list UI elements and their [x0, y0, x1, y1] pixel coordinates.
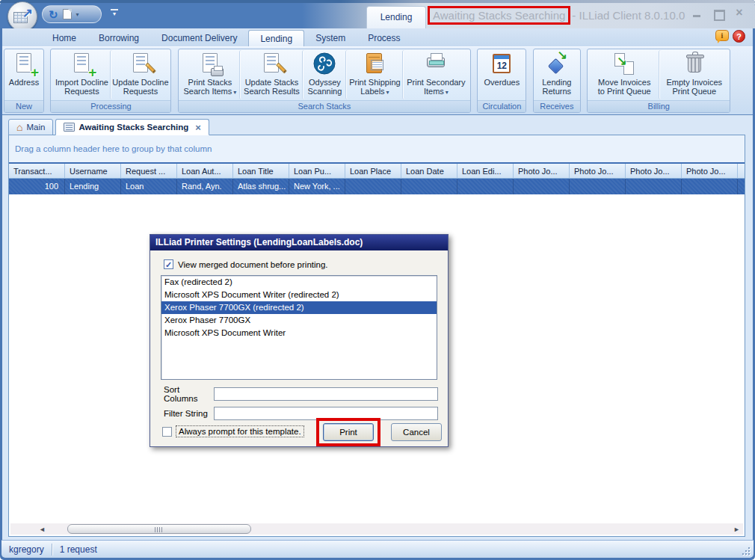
empty-invoices-print-queue-button[interactable]: Empty Invoices Print Queue	[659, 50, 728, 99]
column-header-loan-place[interactable]: Loan Place	[345, 164, 401, 179]
column-header-loan-title[interactable]: Loan Title	[233, 164, 289, 179]
column-header-photo-journal-4[interactable]: Photo Jo...	[682, 164, 738, 179]
ribbon: + Address New + Import Docline Requests …	[2, 46, 753, 115]
printer-listbox[interactable]: Fax (redirected 2) Microsoft XPS Documen…	[161, 275, 437, 380]
update-docline-requests-button[interactable]: Update Docline Requests	[111, 50, 169, 99]
about-info-icon[interactable]: i	[715, 30, 729, 41]
group-label-receives: Receives	[534, 100, 580, 112]
doc-tab-main-label: Main	[26, 123, 45, 132]
print-shipping-labels-button[interactable]: Print Shipping Labels▾	[346, 50, 403, 99]
group-label-processing: Processing	[51, 100, 170, 112]
tab-borrowing[interactable]: Borrowing	[87, 30, 150, 46]
odyssey-scanning-button[interactable]: Odyssey Scanning	[303, 50, 346, 99]
window-controls: ×	[691, 7, 746, 19]
sort-columns-label: Sort Columns	[164, 385, 214, 403]
column-header-photo-journal-2[interactable]: Photo Jo...	[570, 164, 626, 179]
contextual-tab-group-lending: Lending	[366, 6, 426, 28]
tab-close-icon[interactable]: ×	[195, 122, 201, 133]
resize-grip[interactable]	[741, 546, 750, 555]
ribbon-group-processing: + Import Docline Requests Update Docline…	[50, 49, 171, 113]
group-by-hint: Drag a column header here to group by th…	[15, 144, 212, 153]
ribbon-group-search-stacks: Print Stacks Search Items▾ Update Stacks…	[178, 49, 471, 113]
window-title: Awaiting Stacks Searching - ILLiad Clien…	[428, 4, 685, 25]
receipt-add-icon: +	[70, 52, 93, 76]
move-invoices-to-print-queue-button[interactable]: ↘ Move Invoices to Print Queue	[589, 50, 659, 99]
doc-tab-main[interactable]: ⌂ Main	[8, 119, 53, 135]
lending-returns-button[interactable]: ↘ Lending Returns	[535, 50, 579, 99]
qat-customize-icon[interactable]: ▾	[111, 9, 118, 18]
column-header-photo-journal-3[interactable]: Photo Jo...	[626, 164, 682, 179]
receipt-edit-icon	[259, 52, 283, 76]
column-header-loan-edition[interactable]: Loan Edi...	[457, 164, 514, 179]
view-merged-checkbox[interactable]: ✓	[164, 259, 173, 269]
application-menu-button[interactable]: ↗	[7, 1, 37, 31]
horizontal-scrollbar[interactable]: ◄ ►	[10, 523, 743, 535]
status-username: kgregory	[1, 544, 52, 555]
always-prompt-checkbox[interactable]	[162, 427, 172, 437]
tab-system[interactable]: System	[304, 30, 357, 46]
column-header-loan-date[interactable]: Loan Date	[401, 164, 457, 179]
address-button[interactable]: + Address	[6, 50, 42, 99]
column-header-filler	[738, 164, 745, 179]
home-icon: ⌂	[16, 123, 22, 132]
printer-option[interactable]: Microsoft XPS Document Writer (redirecte…	[161, 289, 437, 301]
printer-option[interactable]: Xerox Phaser 7700GX	[161, 314, 437, 327]
tab-lending[interactable]: Lending	[248, 30, 304, 46]
ribbon-group-receives: ↘ Lending Returns Receives	[533, 49, 581, 113]
scroll-left-icon[interactable]: ◄	[39, 526, 46, 533]
printer-option[interactable]: Fax (redirected 2)	[161, 276, 437, 289]
dialog-title[interactable]: ILLiad Printer Settings (LendingLoanLabe…	[150, 235, 448, 250]
dropdown-arrow-icon: ▾	[446, 89, 449, 96]
printer-settings-dialog: ILLiad Printer Settings (LendingLoanLabe…	[150, 234, 449, 447]
ribbon-group-circulation: 12 Overdues Circulation	[477, 49, 526, 113]
ribbon-group-billing: ↘ Move Invoices to Print Queue Empty Inv…	[587, 49, 730, 113]
address-add-icon: +	[12, 52, 36, 76]
tab-home[interactable]: Home	[41, 30, 87, 46]
column-header-transaction[interactable]: Transact...	[9, 164, 65, 179]
import-docline-requests-button[interactable]: + Import Docline Requests	[52, 50, 111, 99]
group-label-search-stacks: Search Stacks	[179, 100, 470, 112]
print-secondary-items-button[interactable]: Print Secondary Items▾	[403, 50, 469, 99]
ribbon-group-new: + Address New	[4, 49, 44, 113]
column-header-photo-journal-1[interactable]: Photo Jo...	[514, 164, 570, 179]
print-stacks-search-items-button[interactable]: Print Stacks Search Items▾	[180, 50, 240, 99]
table-row[interactable]: 100 Lending Loan Rand, Ayn. Atlas shrug.…	[9, 179, 745, 194]
maximize-button[interactable]	[712, 7, 725, 19]
tab-process[interactable]: Process	[357, 30, 411, 46]
doc-tab-awaiting-stacks-searching[interactable]: Awaiting Stacks Searching ×	[55, 119, 209, 135]
filter-string-label: Filter String	[164, 409, 214, 418]
close-button[interactable]: ×	[733, 7, 746, 19]
dropdown-arrow-icon: ▾	[233, 89, 236, 96]
sort-columns-input[interactable]	[214, 387, 438, 401]
update-stacks-search-results-button[interactable]: Update Stacks Search Results	[240, 50, 303, 99]
print-button[interactable]: Print	[323, 423, 374, 441]
tab-document-delivery[interactable]: Document Delivery	[150, 30, 248, 46]
status-request-count: 1 request	[52, 544, 105, 555]
view-merged-label: View merged document before printing.	[178, 260, 328, 269]
group-label-new: New	[4, 100, 43, 112]
column-header-loan-author[interactable]: Loan Aut...	[177, 164, 233, 179]
grid-header-row: Transact... Username Request ... Loan Au…	[9, 162, 745, 179]
always-prompt-label: Always prompt for this template.	[176, 425, 304, 437]
new-document-icon[interactable]	[63, 9, 72, 19]
column-header-loan-publisher[interactable]: Loan Pu...	[289, 164, 345, 179]
group-label-billing: Billing	[588, 100, 730, 112]
scroll-right-icon[interactable]: ►	[733, 526, 740, 533]
trash-icon	[682, 52, 706, 76]
column-header-username[interactable]: Username	[65, 164, 121, 179]
group-by-drop-zone[interactable]: Drag a column header here to group by th…	[9, 135, 745, 162]
minimize-button[interactable]	[691, 7, 704, 19]
overdues-button[interactable]: 12 Overdues	[479, 50, 524, 99]
quick-access-toolbar: ↻ ▾	[42, 5, 102, 23]
lending-returns-icon: ↘	[545, 52, 569, 76]
printer-option[interactable]: Microsoft XPS Document Writer	[161, 327, 437, 339]
scrollbar-thumb[interactable]	[67, 524, 251, 534]
request-list-icon	[64, 123, 75, 132]
refresh-icon[interactable]: ↻	[49, 9, 58, 20]
move-invoices-icon: ↘	[612, 52, 636, 76]
printer-option-selected[interactable]: Xerox Phaser 7700GX (redirected 2)	[161, 301, 437, 314]
chevron-down-icon[interactable]: ▾	[76, 11, 79, 18]
column-header-request[interactable]: Request ...	[121, 164, 177, 179]
help-icon[interactable]: ?	[733, 30, 745, 43]
cancel-button[interactable]: Cancel	[391, 423, 442, 441]
